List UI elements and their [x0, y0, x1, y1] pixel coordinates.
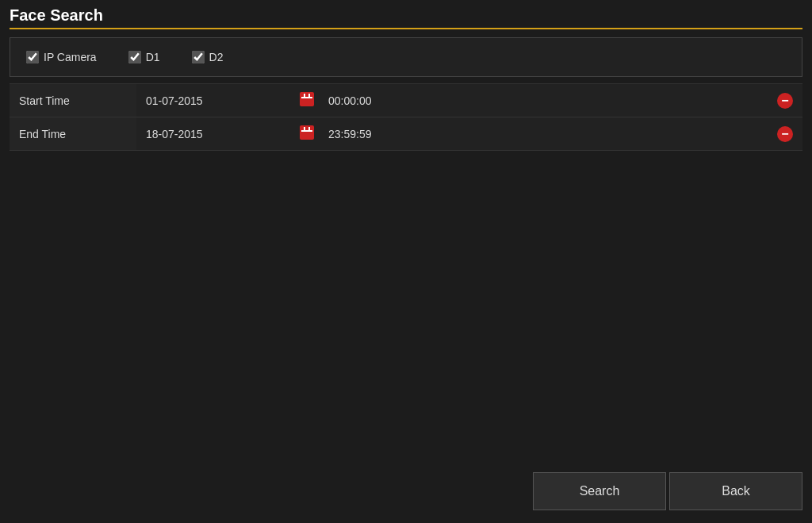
start-time-row: Start Time 01-07-2015 00:00:00 −: [10, 84, 802, 117]
page-container: Face Search IP Camera D1 D2 Start Time 0…: [0, 0, 812, 523]
time-table: Start Time 01-07-2015 00:00:00 − End Tim…: [10, 83, 802, 151]
spacer: [10, 151, 802, 466]
camera-d1-label: D1: [146, 51, 160, 63]
end-time-label: End Time: [10, 117, 136, 151]
camera-selection-box: IP Camera D1 D2: [10, 37, 802, 77]
calendar-icon: [300, 92, 314, 106]
end-time-calendar-button[interactable]: [295, 117, 319, 151]
page-title: Face Search: [10, 6, 802, 29]
back-button[interactable]: Back: [669, 472, 802, 510]
start-time-label: Start Time: [10, 84, 136, 117]
camera-d2-checkbox[interactable]: [192, 51, 205, 63]
camera-ip-checkbox-item[interactable]: IP Camera: [26, 51, 97, 63]
footer-buttons: Search Back: [10, 466, 802, 517]
start-time-minus-button[interactable]: −: [430, 84, 802, 117]
end-time-minus-button[interactable]: −: [430, 117, 802, 151]
search-button[interactable]: Search: [533, 472, 666, 510]
minus-icon: −: [777, 93, 793, 109]
camera-d2-checkbox-item[interactable]: D2: [192, 51, 224, 63]
start-time-date[interactable]: 01-07-2015: [136, 84, 295, 117]
end-time-row: End Time 18-07-2015 23:59:59 −: [10, 117, 802, 151]
camera-d2-label: D2: [209, 51, 224, 63]
end-time-date[interactable]: 18-07-2015: [136, 117, 295, 151]
start-time-value[interactable]: 00:00:00: [319, 84, 430, 117]
camera-ip-label: IP Camera: [44, 51, 97, 63]
start-time-calendar-button[interactable]: [295, 84, 319, 117]
camera-d1-checkbox[interactable]: [128, 51, 141, 63]
camera-ip-checkbox[interactable]: [26, 51, 39, 63]
calendar-icon-end: [300, 125, 314, 140]
minus-icon-end: −: [777, 126, 793, 142]
camera-d1-checkbox-item[interactable]: D1: [128, 51, 160, 63]
end-time-value[interactable]: 23:59:59: [319, 117, 430, 151]
